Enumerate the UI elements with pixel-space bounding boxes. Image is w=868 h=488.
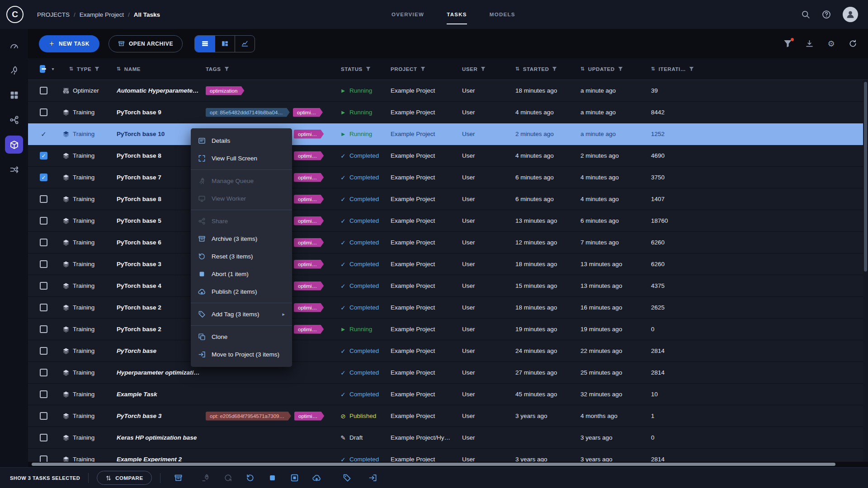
dequeue-button[interactable] [202,474,210,482]
task-name[interactable]: Example Task [109,391,204,398]
retry-button[interactable] [224,474,232,482]
table-row[interactable]: TrainingPyTorch base✓CompletedExample Pr… [28,340,868,362]
breadcrumb-item-example-project[interactable]: Example Project [80,11,124,18]
filter-icon[interactable] [689,66,694,71]
row-checkbox[interactable] [40,282,47,290]
menu-item-move-to-project-3-items[interactable]: Move to Project (3 items) [191,346,292,363]
column-header-type[interactable]: ⇅TYPE [54,66,109,72]
table-row[interactable]: TrainingKeras HP optimization base✎Draft… [28,427,868,449]
filter-icon[interactable] [552,66,557,71]
sidebar-item-projects[interactable] [5,61,23,79]
menu-item-manage-queue[interactable]: Manage Queue [191,172,292,190]
sidebar-item-dashboard[interactable] [5,36,23,54]
abort-button[interactable] [268,474,277,482]
menu-item-abort-1-item[interactable]: Abort (1 item) [191,265,292,283]
task-name[interactable]: Automatic Hyperparamete… [109,87,204,94]
clearml-logo[interactable]: C [6,6,24,23]
split-view-button[interactable] [215,36,235,52]
table-row[interactable]: OptimizerAutomatic Hyperparamete…optimiz… [28,80,868,102]
search-icon[interactable] [801,10,810,19]
table-row[interactable]: TrainingPyTorch base 6optimi…✓CompletedE… [28,232,868,253]
row-checkbox[interactable] [40,347,47,355]
row-checkbox[interactable] [40,174,47,181]
task-name[interactable]: PyTorch base 5 [109,217,204,224]
reset-button[interactable] [246,474,255,482]
filter-icon[interactable] [366,66,371,71]
table-row[interactable]: TrainingHyperparameter optimizati…✓Compl… [28,362,868,384]
table-row[interactable]: TrainingPyTorch base 8optimi…✓CompletedE… [28,188,868,210]
row-checkbox[interactable] [40,455,47,462]
download-button[interactable] [805,39,814,48]
row-checkbox[interactable] [40,369,47,376]
publish-button[interactable] [312,474,321,482]
task-name[interactable]: PyTorch base [109,347,204,354]
column-header-name[interactable]: ⇅NAME [109,66,204,72]
sort-icon[interactable]: ⇅ [117,66,121,72]
select-all-checkbox[interactable] [40,65,45,73]
column-header-tags[interactable]: TAGS [204,66,340,72]
vertical-scrollbar-thumb[interactable] [864,82,867,272]
task-name[interactable]: PyTorch base 8 [109,152,204,159]
task-name[interactable]: PyTorch base 7 [109,174,204,181]
table-row[interactable]: TrainingExample Task✓CompletedExample Pr… [28,384,868,405]
table-row[interactable]: TrainingPyTorch base 8optimi…✓CompletedE… [28,145,868,167]
tag[interactable]: optimi… [294,130,324,139]
tab-tasks[interactable]: TASKS [447,0,467,29]
table-row[interactable]: TrainingExample Experiment 2✓CompletedEx… [28,449,868,462]
sidebar-item-reports[interactable] [5,136,23,154]
table-row[interactable]: TrainingPyTorch base 3optimi…✓CompletedE… [28,253,868,275]
column-header-project[interactable]: PROJECT [390,66,461,72]
tag[interactable]: opt: 85e5482ddd7149b8ba04… [206,108,290,117]
table-row[interactable]: TrainingPyTorch base 2optimi…✓CompletedE… [28,297,868,319]
horizontal-scrollbar[interactable] [28,462,868,467]
task-name[interactable]: PyTorch base 4 [109,282,204,289]
row-checkbox[interactable] [40,304,47,311]
tag[interactable]: optimi… [294,412,324,421]
filter-button[interactable] [783,39,792,48]
row-checkbox[interactable] [40,390,47,398]
table-row[interactable]: TrainingPyTorch base 2optimi…▶RunningExa… [28,319,868,340]
table-row[interactable]: TrainingPyTorch base 7optimi…✓CompletedE… [28,167,868,188]
open-archive-button[interactable]: OPEN ARCHIVE [108,35,183,52]
abort-all-children-button[interactable] [290,474,299,482]
task-name[interactable]: PyTorch base 3 [109,413,204,419]
column-header-started[interactable]: ⇅STARTED [514,66,580,72]
menu-item-details[interactable]: Details [191,132,292,150]
breadcrumb-item-projects[interactable]: PROJECTS [37,11,70,18]
auto-refresh-icon[interactable] [849,39,857,48]
archive-button[interactable] [174,474,183,482]
row-checkbox[interactable] [40,217,47,225]
tag[interactable]: optimi… [294,173,324,182]
task-name[interactable]: Example Experiment 2 [109,456,204,462]
column-header-status[interactable]: STATUS [340,66,390,72]
filter-icon[interactable] [618,66,623,71]
tag[interactable]: optimi… [294,151,324,160]
task-name[interactable]: PyTorch base 2 [109,304,204,311]
column-header-updated[interactable]: ⇅UPDATED [580,66,650,72]
horizontal-scrollbar-thumb[interactable] [32,463,835,466]
row-checkbox[interactable] [40,412,47,420]
vertical-scrollbar[interactable] [863,80,868,462]
menu-item-publish-2-items[interactable]: Publish (2 items) [191,283,292,300]
row-checkbox[interactable] [40,434,47,441]
sort-icon[interactable]: ⇅ [515,66,520,72]
row-checkbox[interactable] [40,325,47,333]
tag[interactable]: optimi… [293,108,323,117]
tag[interactable]: optimi… [294,238,324,247]
filter-icon[interactable] [420,66,425,71]
tag[interactable]: optimi… [294,216,324,225]
settings-gear-icon[interactable]: ⚙ [827,39,835,48]
tag[interactable]: opt: e205d684f7954571a7309… [206,412,291,421]
sort-icon[interactable]: ⇅ [580,66,585,72]
table-row[interactable]: TrainingPyTorch base 5optimi…✓CompletedE… [28,210,868,232]
tag[interactable]: optimi… [294,325,324,334]
row-checkbox[interactable] [40,195,47,203]
compare-button[interactable]: COMPARE [97,471,151,485]
row-checkbox[interactable] [40,260,47,268]
menu-item-share[interactable]: Share [191,212,292,230]
row-checkbox[interactable] [40,130,47,138]
sidebar-item-workers-queues[interactable] [5,160,23,178]
tag[interactable]: optimi… [294,195,324,204]
move-to-project-button[interactable] [368,474,377,482]
tag[interactable]: optimi… [294,260,324,269]
